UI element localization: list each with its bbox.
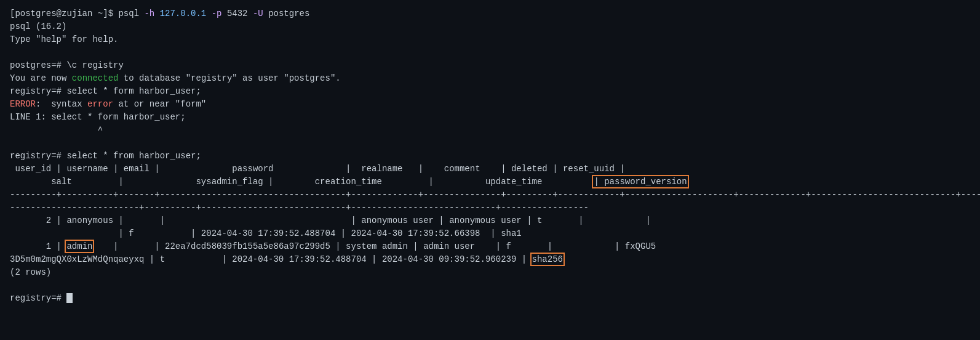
line-separator1: ---------+----------+-------+-----------… [10, 188, 970, 201]
line-select-correct: registry=# select * from harbor_user; [10, 150, 970, 163]
line-prompt1: [postgres@zujian ~]$ psql -h 127.0.0.1 -… [10, 7, 970, 20]
line-separator2: -------------------------+----------+---… [10, 201, 970, 214]
sha256-value: sha256 [532, 254, 563, 264]
line-caret: ^ [10, 124, 970, 137]
line-connect-cmd: postgres=# \c registry [10, 59, 970, 72]
password-version-col: | password_version [594, 177, 687, 187]
line-row-anon1: 2 | anonymous | | | anonymous user | ano… [10, 214, 970, 227]
username-col: username [66, 164, 108, 174]
admin-username: admin [66, 241, 92, 251]
line-final-prompt: registry=# [10, 292, 970, 305]
line-connect-msg: You are now connected to database "regis… [10, 72, 970, 85]
line-help-hint: Type "help" for help. [10, 33, 970, 46]
line-blank3 [10, 279, 970, 292]
cursor [66, 293, 73, 303]
line-rows-count: (2 rows) [10, 266, 970, 279]
line-row-admin1: 1 | admin | | 22ea7dcd58039fb155a5e86a97… [10, 240, 970, 253]
line-line1-hint: LINE 1: select * form harbor_user; [10, 111, 970, 124]
line-blank2 [10, 137, 970, 150]
line-row-anon2: | f | 2024-04-30 17:39:52.488704 | 2024-… [10, 227, 970, 240]
terminal-window: [postgres@zujian ~]$ psql -h 127.0.0.1 -… [10, 7, 970, 305]
anonymous-user: anonymous [66, 216, 113, 225]
creation-time-col: creation_time [279, 177, 423, 187]
line-psql-version: psql (16.2) [10, 20, 970, 33]
line-select-typo: registry=# select * form harbor_user; [10, 85, 970, 98]
line-col-header2: salt | sysadmin_flag | creation_time | u… [10, 176, 970, 188]
line-blank1 [10, 46, 970, 59]
line-row-admin2: 3D5m0m2mgQX0xLzWMdQnqaeyxq | t | 2024-04… [10, 253, 970, 266]
line-col-header1: user_id | username | email | password | … [10, 163, 970, 176]
line-error: ERROR: syntax error at or near "form" [10, 98, 970, 111]
